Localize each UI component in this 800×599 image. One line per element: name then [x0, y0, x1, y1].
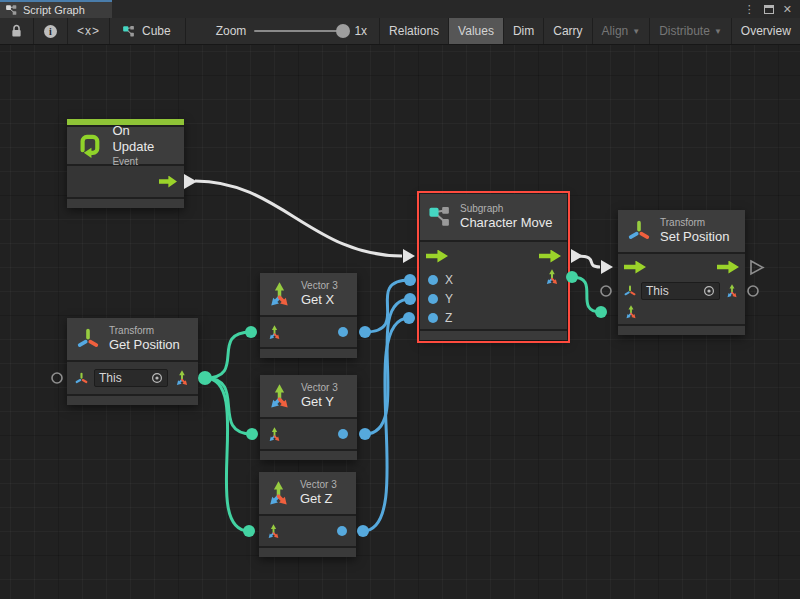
float-output-port[interactable]	[338, 429, 348, 439]
vector3-output-port[interactable]	[543, 268, 561, 286]
tab-bar: Script Graph ⋮ ✕	[0, 0, 800, 18]
graph-object-icon	[122, 25, 136, 38]
node-footer	[67, 199, 184, 208]
node-footer	[259, 548, 356, 557]
this-object-field[interactable]: This	[94, 369, 168, 387]
input-port-x[interactable]	[428, 275, 438, 285]
subgraph-icon	[428, 205, 452, 229]
zoom-value: 1x	[354, 24, 367, 38]
node-get-y[interactable]: Vector 3 Get Y	[260, 375, 357, 460]
node-title: Get X	[301, 292, 338, 308]
node-get-x[interactable]: Vector 3 Get X	[260, 273, 357, 358]
transform-icon	[74, 371, 89, 386]
node-footer	[420, 331, 567, 340]
zoom-slider[interactable]	[254, 24, 346, 38]
script-graph-icon	[5, 4, 18, 16]
graph-toolbar: i <x> Cube Zoom 1x Relations Values Di	[0, 18, 800, 45]
flow-output-port[interactable]	[159, 176, 177, 188]
port-label-x: X	[445, 273, 453, 287]
transform-icon	[75, 326, 101, 352]
window-menu-icon[interactable]: ⋮	[744, 3, 755, 16]
vector3-icon	[266, 383, 293, 410]
node-set-position[interactable]: Transform Set Position This	[618, 210, 745, 335]
transform-icon	[626, 218, 652, 244]
node-character-move[interactable]: Subgraph Character Move X Y Z	[420, 194, 567, 340]
code-view-button[interactable]: <x>	[68, 18, 110, 44]
relations-button[interactable]: Relations	[380, 18, 449, 44]
transform-icon	[623, 284, 637, 298]
graph-object-name: Cube	[142, 24, 171, 38]
float-output-port[interactable]	[338, 327, 348, 337]
node-on-update[interactable]: On Update Event	[67, 119, 184, 208]
node-subtitle: Vector 3	[301, 382, 338, 395]
distribute-button[interactable]: Distribute▼	[650, 18, 732, 44]
node-footer	[260, 451, 357, 460]
node-subtitle: Vector 3	[301, 280, 338, 293]
chevron-down-icon: ▼	[714, 28, 722, 36]
port-label-z: Z	[445, 311, 452, 325]
vector3-input-port[interactable]	[266, 426, 283, 443]
values-button[interactable]: Values	[449, 18, 504, 44]
graph-object-selector[interactable]: Cube	[110, 18, 186, 44]
input-port-y[interactable]	[428, 294, 438, 304]
vector3-input-port[interactable]	[623, 304, 639, 320]
node-footer	[260, 349, 357, 358]
node-title: Get Y	[301, 394, 338, 410]
node-title: Set Position	[660, 229, 729, 245]
tab-title: Script Graph	[23, 4, 85, 16]
this-object-field[interactable]: This	[641, 282, 720, 300]
node-title: Get Position	[109, 337, 180, 353]
flow-input-port[interactable]	[426, 250, 448, 263]
vector3-output-port[interactable]	[173, 369, 191, 387]
node-title: On Update	[112, 123, 174, 156]
node-subtitle: Vector 3	[300, 479, 337, 492]
window-close-icon[interactable]: ✕	[783, 3, 792, 16]
align-button[interactable]: Align▼	[593, 18, 651, 44]
port-label-y: Y	[445, 292, 453, 306]
node-title: Character Move	[460, 215, 552, 231]
flow-input-port[interactable]	[624, 261, 646, 274]
node-subtitle: Transform	[660, 217, 729, 230]
tab-script-graph[interactable]: Script Graph	[0, 0, 112, 18]
float-output-port[interactable]	[337, 526, 347, 536]
node-footer	[618, 326, 745, 335]
object-picker-icon[interactable]	[703, 285, 715, 297]
node-subtitle: Transform	[109, 325, 180, 338]
info-icon: i	[44, 25, 57, 38]
node-get-z[interactable]: Vector 3 Get Z	[259, 472, 356, 557]
info-button[interactable]: i	[34, 18, 68, 44]
vector3-icon	[265, 480, 292, 507]
input-port-z[interactable]	[428, 313, 438, 323]
zoom-label: Zoom	[216, 24, 247, 38]
flow-output-port[interactable]	[717, 261, 739, 274]
overview-button[interactable]: Overview	[732, 18, 800, 44]
object-picker-icon[interactable]	[151, 372, 163, 384]
node-subtitle: Subgraph	[460, 203, 552, 216]
node-footer	[67, 396, 198, 405]
window-maximize-icon[interactable]	[764, 5, 774, 14]
loop-event-icon	[75, 131, 104, 161]
vector3-input-port[interactable]	[266, 324, 283, 341]
chevron-down-icon: ▼	[632, 28, 640, 36]
dim-button[interactable]: Dim	[504, 18, 544, 44]
zoom-slider-track[interactable]	[254, 30, 346, 32]
flow-output-port[interactable]	[539, 250, 561, 263]
zoom-slider-handle[interactable]	[336, 24, 350, 38]
code-icon: <x>	[77, 24, 100, 38]
script-graph-window: Script Graph ⋮ ✕ i <x>	[0, 0, 800, 599]
vector3-output-port[interactable]	[724, 283, 740, 299]
vector3-icon	[266, 281, 293, 308]
carry-button[interactable]: Carry	[544, 18, 592, 44]
lock-button[interactable]	[0, 18, 34, 44]
vector3-input-port[interactable]	[265, 523, 282, 540]
lock-icon	[10, 24, 23, 38]
node-title: Get Z	[300, 491, 337, 507]
node-get-position[interactable]: Transform Get Position This	[67, 318, 198, 405]
